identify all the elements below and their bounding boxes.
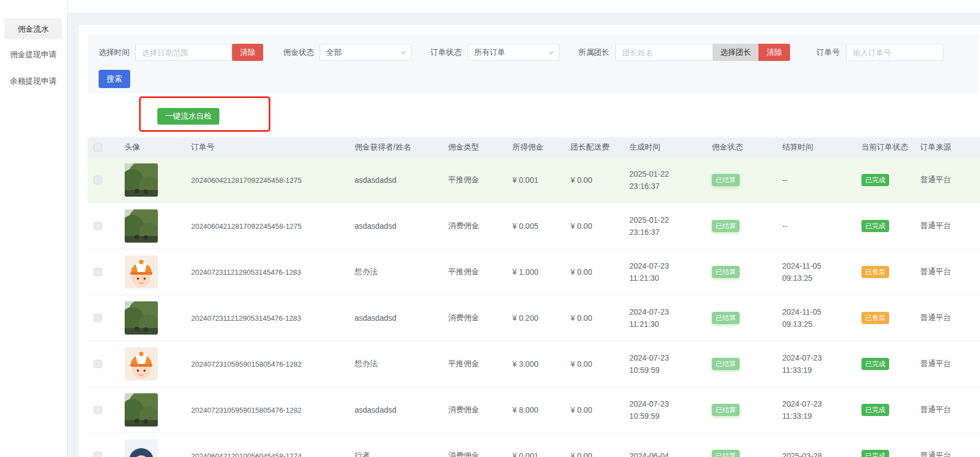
row-checkbox[interactable]	[94, 176, 102, 184]
column-header: 佣金获得者/姓名	[355, 142, 411, 152]
commission-status-badge: 已结算	[712, 266, 740, 278]
order-no-input[interactable]	[846, 44, 943, 61]
content-card: 选择时间 清除 佣金状态 全部 订单状态 所有订单 所属团长 选择团长 清除 订…	[79, 25, 980, 457]
generated-time: 2024-06-04	[629, 450, 669, 457]
sidebar-item-commission-flow[interactable]: 佣金流水	[4, 18, 62, 39]
column-header: 订单来源	[920, 142, 951, 152]
avatar	[125, 163, 158, 197]
select-leader-button[interactable]: 选择团长	[713, 44, 758, 61]
commission-earner-name: asdasdadsd	[355, 405, 397, 414]
commission-status-badge: 已结算	[712, 312, 740, 324]
order-number: 20240723105959015805476-1282	[191, 360, 302, 368]
sidebar-item-balance-withdraw[interactable]: 余额提现申请	[4, 70, 62, 91]
leader-delivery-fee: ¥ 0.00	[571, 451, 592, 457]
settled-time: 2024-07-2311:33:19	[782, 352, 822, 376]
order-status-select[interactable]: 所有订单	[468, 44, 560, 61]
filter-panel: 选择时间 清除 佣金状态 全部 订单状态 所有订单 所属团长 选择团长 清除 订…	[88, 34, 978, 94]
avatar	[125, 301, 158, 335]
column-header: 结算时间	[782, 142, 813, 152]
avatar	[125, 393, 158, 427]
commission-amount: ¥ 3.000	[512, 360, 538, 368]
leader-filter-label: 所属团长	[578, 44, 609, 61]
row-checkbox[interactable]	[94, 314, 102, 322]
order-status-value: 所有订单	[474, 48, 505, 57]
order-status-label: 订单状态	[430, 44, 461, 61]
sidebar-item-label: 余额提现申请	[10, 76, 57, 85]
commission-earner-name: asdasdadsd	[355, 176, 397, 184]
commission-type: 平推佣金	[448, 267, 479, 277]
leader-delivery-fee: ¥ 0.00	[571, 360, 592, 368]
clear-date-button[interactable]: 清除	[232, 44, 263, 61]
generated-time: 2024-07-2311:21:30	[629, 306, 669, 330]
leader-delivery-fee: ¥ 0.00	[571, 176, 592, 184]
settled-time: 2024-11-0509:13:25	[782, 260, 822, 284]
commission-status-badge: 已结算	[712, 358, 740, 370]
avatar	[125, 439, 158, 457]
settled-time: 2024-11-0509:13:25	[782, 306, 822, 330]
commission-earner-name: 想办法	[355, 267, 378, 277]
commission-type: 消费佣金	[448, 405, 479, 415]
order-status-badge: 已完成	[861, 450, 889, 457]
commission-type: 消费佣金	[448, 451, 479, 457]
order-status-badge: 已完成	[861, 404, 889, 416]
generated-time: 2025-01-2223:16:37	[629, 214, 669, 238]
order-source: 普通平台	[920, 359, 951, 369]
generated-time: 2025-01-2223:16:37	[629, 168, 669, 192]
table-header: 头像订单号佣金获得者/姓名佣金类型所得佣金团长配送费生成时间佣金状态结算时间当前…	[88, 137, 980, 157]
flow-self-check-button[interactable]: 一键流水自检	[157, 108, 219, 125]
order-source: 普通平台	[920, 313, 951, 323]
column-header: 所得佣金	[512, 142, 543, 152]
column-header: 佣金状态	[712, 142, 743, 152]
order-number: 20240604212817092245458-1275	[191, 222, 302, 230]
time-filter-label: 选择时间	[99, 44, 130, 61]
chevron-down-icon	[548, 51, 554, 55]
commission-status-label: 佣金状态	[283, 44, 314, 61]
row-checkbox[interactable]	[94, 452, 102, 457]
commission-amount: ¥ 8.000	[512, 405, 538, 414]
order-number: 20240604212010056045458-1274	[191, 452, 302, 457]
select-all-checkbox[interactable]	[94, 143, 102, 152]
chevron-down-icon	[401, 51, 406, 55]
row-checkbox[interactable]	[94, 222, 102, 230]
commission-status-value: 全部	[326, 48, 342, 57]
table-row: 20240723112129053145476-1283 想办法 平推佣金 ¥ …	[88, 249, 980, 295]
column-header: 订单号	[191, 142, 214, 152]
settled-time: 2024-07-2311:33:19	[782, 398, 822, 422]
avatar	[125, 347, 158, 381]
commission-status-select[interactable]: 全部	[320, 44, 412, 61]
sidebar-item-label: 佣金提现申请	[10, 50, 57, 59]
order-source: 普通平台	[920, 221, 951, 231]
column-header: 生成时间	[629, 142, 660, 152]
commission-type: 消费佣金	[448, 313, 479, 323]
column-header: 团长配送费	[571, 142, 609, 152]
avatar	[125, 255, 158, 289]
date-range-input[interactable]	[135, 44, 232, 61]
order-status-badge: 已售后	[861, 266, 889, 278]
commission-amount: ¥ 0.200	[512, 314, 538, 322]
commission-amount: ¥ 0.001	[512, 176, 538, 184]
commission-table: 头像订单号佣金获得者/姓名佣金类型所得佣金团长配送费生成时间佣金状态结算时间当前…	[88, 137, 980, 457]
row-checkbox[interactable]	[94, 406, 102, 414]
commission-earner-name: asdasdadsd	[355, 222, 397, 230]
table-row: 20240604212010056045458-1274 行者 消费佣金 ¥ 0…	[88, 433, 980, 457]
row-checkbox[interactable]	[94, 268, 102, 276]
order-no-label: 订单号	[817, 44, 840, 61]
row-checkbox[interactable]	[94, 360, 102, 368]
commission-status-badge: 已结算	[712, 450, 740, 457]
table-row: 20240604212817092245458-1275 asdasdadsd …	[88, 157, 980, 203]
avatar	[125, 209, 158, 243]
commission-type: 消费佣金	[448, 221, 479, 231]
clear-leader-button[interactable]: 清除	[758, 44, 790, 61]
search-button[interactable]: 搜索	[99, 70, 130, 88]
commission-status-badge: 已结算	[712, 174, 740, 186]
table-row: 20240604212817092245458-1275 asdasdadsd …	[88, 203, 980, 249]
generated-time: 2024-07-2311:21:30	[629, 260, 669, 284]
commission-type: 平推佣金	[448, 175, 479, 185]
sidebar-item-commission-withdraw[interactable]: 佣金提现申请	[4, 44, 62, 65]
table-body: 20240604212817092245458-1275 asdasdadsd …	[88, 157, 980, 457]
leader-name-input[interactable]	[615, 44, 713, 61]
commission-type: 平推佣金	[448, 359, 479, 369]
generated-time: 2024-07-2310:59:59	[629, 398, 669, 422]
settled-time: --	[782, 220, 787, 232]
leader-delivery-fee: ¥ 0.00	[571, 222, 592, 230]
